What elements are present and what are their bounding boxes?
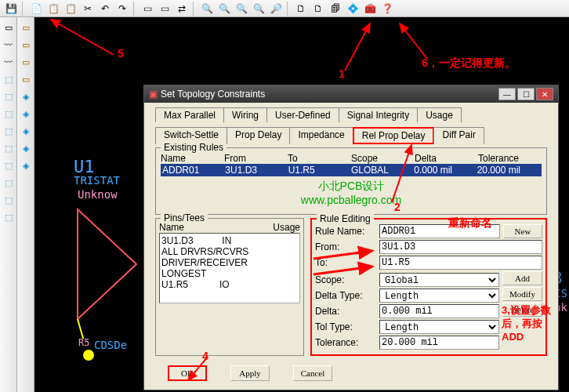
tools-icon[interactable]: 🧰: [362, 2, 378, 16]
topology-constraints-dialog: ▣Set Topology Constraints —☐✕ Max Parall…: [143, 85, 559, 390]
apply-button[interactable]: Apply: [230, 365, 270, 381]
update-icon[interactable]: 🗐: [328, 2, 343, 16]
tolerance-input[interactable]: [379, 336, 499, 350]
save-icon[interactable]: 💾: [3, 2, 19, 16]
tab-rel-prop-delay[interactable]: Rel Prop Delay: [353, 127, 435, 144]
layers2-icon[interactable]: ▭: [157, 2, 172, 16]
sb-icon[interactable]: ⬚: [2, 176, 16, 190]
ok-button[interactable]: OK: [168, 365, 207, 381]
tab-signal-integrity[interactable]: Signal Integrity: [339, 107, 418, 122]
dialog-titlebar[interactable]: ▣Set Topology Constraints —☐✕: [144, 85, 558, 103]
copy-icon[interactable]: 📋: [45, 2, 61, 16]
sb-icon[interactable]: ▭: [2, 20, 16, 34]
zoom-sel-icon[interactable]: 🔍: [251, 2, 266, 16]
sb-icon[interactable]: ⬚: [2, 141, 16, 155]
tab-user-defined[interactable]: User-Defined: [266, 107, 339, 122]
cut-icon[interactable]: ✂: [80, 2, 96, 16]
rule-editing-group: Rule Editing Rule Name:New From: To: Sco…: [310, 218, 547, 356]
delta-input[interactable]: [379, 304, 499, 318]
undo-icon[interactable]: ↶: [97, 2, 113, 16]
maximize-button[interactable]: ☐: [517, 88, 535, 100]
left-toolbar-1: ▭ 〰 〰 ⬚ ⬚ ⬚ ⬚ ⬚ ⬚ ⬚ ⬚ ⬚: [0, 17, 17, 392]
help-icon[interactable]: ❓: [379, 2, 395, 16]
dialog-buttons: OK Apply Cancel: [144, 359, 558, 387]
add-button[interactable]: Add: [502, 271, 542, 285]
sb-icon[interactable]: ⬚: [2, 210, 16, 224]
minimize-button[interactable]: —: [498, 88, 516, 100]
sb-icon[interactable]: 〰: [2, 55, 16, 69]
tab-wiring[interactable]: Wiring: [223, 107, 267, 122]
main-toolbar: 💾 📄 📋 📋 ✂ ↶ ↷ ▭ ▭ ⇄ 🔍 🔍 🔍 🔍 🔎 🗋 🗋 🗐 💠 🧰 …: [0, 0, 569, 17]
pins-tees-group: Pins/Tees NameUsage 3U1.D3 IN ALL DRVRS/…: [155, 218, 304, 356]
tab-max-parallel[interactable]: Max Parallel: [155, 107, 224, 122]
cdsde-label: CDSDe: [94, 339, 127, 351]
modify-button[interactable]: Modify: [502, 287, 542, 301]
comp-unknown: Unknow: [78, 188, 118, 201]
delta-type-select[interactable]: Length: [379, 289, 499, 303]
sb-icon[interactable]: ⬚: [2, 124, 16, 138]
r5-label: R5: [78, 337, 89, 348]
swap-icon[interactable]: ⇄: [174, 2, 190, 16]
dialog-title: Set Topology Constraints: [161, 89, 265, 100]
rules-header: Name From To Scope Delta Tolerance: [161, 153, 542, 164]
report1-icon[interactable]: 🗋: [293, 2, 309, 16]
svg-line-0: [78, 319, 85, 339]
tab-diff-pair[interactable]: Diff Pair: [433, 127, 484, 144]
sb2-icon[interactable]: ◈: [19, 107, 33, 121]
stack-icon[interactable]: 💠: [345, 2, 361, 16]
zoom-prev-icon[interactable]: 🔎: [268, 2, 284, 16]
sb2-icon[interactable]: ▭: [19, 72, 33, 86]
sb-icon[interactable]: ⬚: [2, 158, 16, 172]
node-dot: [83, 350, 94, 361]
delete-button[interactable]: Delete: [502, 303, 542, 317]
zoom-out-icon[interactable]: 🔍: [216, 2, 232, 16]
left-toolbar-2: ▭ ▭ ▭ ▭ ◈ ◈ ◈ ◈ ◈: [17, 17, 34, 392]
close-button[interactable]: ✕: [536, 88, 553, 100]
sb2-icon[interactable]: ◈: [19, 141, 33, 155]
rule-row[interactable]: ADDR01 3U1.D3 U1.R5 GLOBAL 0.000 mil 20.…: [161, 164, 542, 176]
tab-row-2: Switch-Settle Prop Delay Impedance Rel P…: [144, 122, 558, 144]
layers-icon[interactable]: ▭: [140, 2, 155, 16]
app-icon: ▣: [149, 89, 158, 100]
comp-tristat: TRISTAT: [74, 174, 120, 187]
zoom-fit-icon[interactable]: 🔍: [234, 2, 249, 16]
cancel-button[interactable]: Cancel: [293, 365, 332, 381]
pins-list[interactable]: 3U1.D3 IN ALL DRVRS/RCVRS DRIVER/RECEIVE…: [159, 233, 300, 303]
sb2-icon[interactable]: ▭: [19, 20, 33, 34]
sb2-icon[interactable]: ◈: [19, 89, 33, 103]
sb-icon[interactable]: ⬚: [2, 89, 16, 103]
scope-select[interactable]: Global: [379, 273, 499, 287]
doc-icon[interactable]: 📄: [28, 2, 44, 16]
sb-icon[interactable]: ⬚: [2, 107, 16, 121]
redo-icon[interactable]: ↷: [114, 2, 130, 16]
rule-name-input[interactable]: [379, 224, 500, 238]
sb2-icon[interactable]: ▭: [19, 55, 33, 69]
paste-icon[interactable]: 📋: [63, 2, 78, 16]
triangle-symbol: [74, 205, 144, 339]
tab-row-1: Max Parallel Wiring User-Defined Signal …: [144, 103, 558, 122]
sb2-icon[interactable]: ▭: [19, 38, 33, 52]
tol-type-select[interactable]: Length: [379, 320, 499, 334]
tab-impedance[interactable]: Impedance: [289, 127, 353, 144]
tab-prop-delay[interactable]: Prop Delay: [227, 127, 290, 144]
sb-icon[interactable]: 〰: [2, 38, 16, 52]
sb-icon[interactable]: ⬚: [2, 193, 16, 207]
existing-rules-group: Existing Rules Name From To Scope Delta …: [155, 147, 547, 215]
sb2-icon[interactable]: ◈: [19, 124, 33, 138]
zoom-in-icon[interactable]: 🔍: [199, 2, 215, 16]
tab-usage[interactable]: Usage: [417, 107, 462, 122]
from-input[interactable]: [379, 240, 542, 254]
to-input[interactable]: [379, 256, 542, 270]
sb2-icon[interactable]: ◈: [19, 158, 33, 172]
existing-rules-legend: Existing Rules: [161, 142, 227, 153]
sb-icon[interactable]: ⬚: [2, 72, 16, 86]
report2-icon[interactable]: 🗋: [310, 2, 326, 16]
new-button[interactable]: New: [503, 224, 542, 238]
watermark: 小北PCB设计 www.pcballegro.com: [161, 180, 542, 206]
